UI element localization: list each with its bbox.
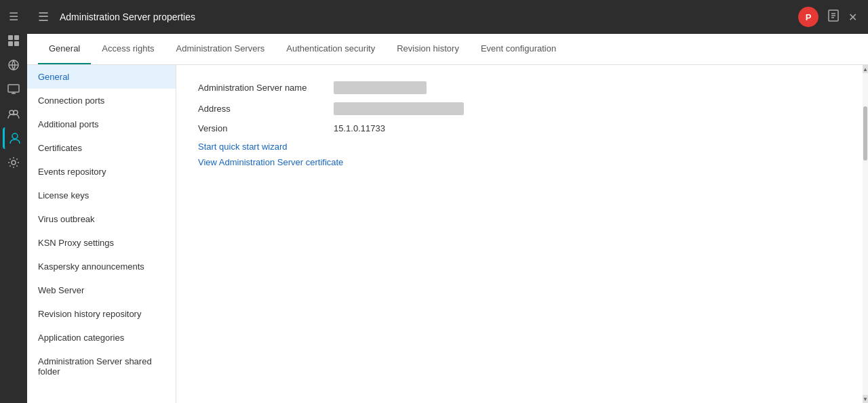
nav-item-app-categories[interactable]: Application categories (27, 326, 176, 349)
window-title: Administration Server properties (60, 12, 195, 22)
field-row-server-name: Administration Server name █████████████… (198, 81, 841, 94)
nav-item-ksn-proxy[interactable]: KSN Proxy settings (27, 231, 176, 255)
right-content: Administration Server name █████████████… (176, 65, 863, 403)
nav-item-general[interactable]: General (27, 65, 176, 89)
field-value-address: ████████████████████ (334, 102, 464, 115)
field-label-version: Version (198, 123, 334, 133)
field-row-version: Version 15.1.0.11733 (198, 123, 841, 133)
nav-item-kaspersky-announcements[interactable]: Kaspersky announcements (27, 255, 176, 278)
field-label-server-name: Administration Server name (198, 83, 334, 93)
svg-rect-2 (8, 41, 13, 46)
quick-start-wizard-link[interactable]: Start quick start wizard (198, 142, 841, 152)
close-icon[interactable]: ✕ (848, 11, 857, 24)
field-label-address: Address (198, 104, 334, 114)
tab-admin-servers[interactable]: Administration Servers (165, 34, 276, 64)
view-certificate-link[interactable]: View Administration Server certificate (198, 157, 841, 167)
svg-point-12 (12, 161, 16, 165)
tabs-bar: General Access rights Administration Ser… (27, 34, 868, 65)
field-value-version: 15.1.0.11733 (334, 123, 385, 133)
sidebar-users-icon[interactable] (3, 127, 24, 149)
tab-event-config[interactable]: Event configuration (470, 34, 567, 64)
svg-point-11 (12, 133, 18, 139)
title-actions: P ✕ (798, 7, 857, 27)
svg-rect-1 (14, 35, 19, 40)
field-value-server-name: ██████████████ (334, 81, 427, 94)
nav-item-connection-ports[interactable]: Connection ports (27, 89, 176, 112)
sidebar-monitor-icon[interactable] (3, 79, 24, 100)
scroll-down-arrow[interactable]: ▼ (863, 395, 868, 403)
svg-rect-6 (8, 85, 19, 92)
svg-point-9 (9, 110, 14, 114)
svg-point-10 (14, 110, 18, 114)
content-area: General Connection ports Additional port… (27, 65, 868, 403)
sidebar: ☰ (0, 0, 27, 403)
sidebar-groups-icon[interactable] (3, 103, 24, 125)
sidebar-dashboard-icon[interactable] (3, 30, 24, 51)
links-section: Start quick start wizard View Administra… (198, 142, 841, 167)
field-row-address: Address ████████████████████ (198, 102, 841, 115)
nav-item-revision-history-repo[interactable]: Revision history repository (27, 302, 176, 326)
hamburger-icon[interactable]: ☰ (38, 9, 49, 24)
tab-general[interactable]: General (38, 34, 91, 64)
svg-rect-3 (14, 41, 19, 46)
svg-rect-0 (8, 35, 13, 40)
main-panel: ☰ Administration Server properties P ✕ G… (27, 0, 868, 403)
nav-item-admin-shared-folder[interactable]: Administration Server shared folder (27, 349, 176, 383)
nav-item-events-repository[interactable]: Events repository (27, 160, 176, 184)
bookmark-icon[interactable] (827, 9, 840, 26)
nav-item-license-keys[interactable]: License keys (27, 184, 176, 207)
sidebar-menu-icon[interactable]: ☰ (3, 5, 24, 27)
scrollbar: ▲ ▼ (863, 65, 868, 403)
nav-item-additional-ports[interactable]: Additional ports (27, 112, 176, 136)
nav-item-certificates[interactable]: Certificates (27, 136, 176, 160)
user-avatar[interactable]: P (798, 7, 818, 27)
sidebar-settings-icon[interactable] (3, 152, 24, 173)
left-nav: General Connection ports Additional port… (27, 65, 176, 403)
tab-access-rights[interactable]: Access rights (91, 34, 165, 64)
nav-item-virus-outbreak[interactable]: Virus outbreak (27, 207, 176, 231)
tab-auth-security[interactable]: Authentication security (275, 34, 386, 64)
scroll-up-arrow[interactable]: ▲ (863, 65, 868, 73)
tab-revision-history[interactable]: Revision history (386, 34, 470, 64)
title-bar: ☰ Administration Server properties P ✕ (27, 0, 868, 34)
scrollbar-thumb[interactable] (863, 106, 867, 161)
nav-item-web-server[interactable]: Web Server (27, 278, 176, 302)
sidebar-network-icon[interactable] (3, 54, 24, 76)
